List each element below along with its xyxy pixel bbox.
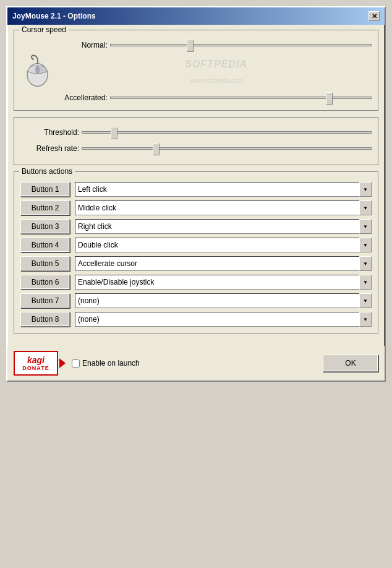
- action-select-6[interactable]: Left clickMiddle clickRight clickDouble …: [75, 275, 372, 290]
- action-select-4[interactable]: Left clickMiddle clickRight clickDouble …: [75, 238, 372, 252]
- buttons-actions-group: Buttons actions Button 1Left clickMiddle…: [14, 171, 378, 333]
- button-1[interactable]: Button 1: [20, 182, 70, 197]
- dropdown-wrapper-4: Left clickMiddle clickRight clickDouble …: [75, 238, 372, 252]
- threshold-slider[interactable]: [82, 126, 372, 139]
- accelerated-slider-row: Accellerated:: [61, 92, 372, 104]
- button-7[interactable]: Button 7: [20, 293, 70, 308]
- button-2[interactable]: Button 2: [20, 200, 70, 215]
- dropdown-wrapper-7: Left clickMiddle clickRight clickDouble …: [75, 293, 372, 308]
- threshold-section: Threshold: Refresh rate:: [20, 123, 372, 155]
- button-row: Button 6Left clickMiddle clickRight clic…: [20, 275, 372, 290]
- action-select-8[interactable]: Left clickMiddle clickRight clickDouble …: [75, 312, 372, 327]
- kagi-text: kagi: [27, 355, 45, 366]
- dropdown-wrapper-2: Left clickMiddle clickRight clickDouble …: [75, 200, 372, 215]
- action-select-1[interactable]: Left clickMiddle clickRight clickDouble …: [75, 182, 372, 197]
- watermark-text: SOFTPEDIA: [61, 59, 372, 70]
- dropdown-wrapper-1: Left clickMiddle clickRight clickDouble …: [75, 182, 372, 197]
- action-select-5[interactable]: Left clickMiddle clickRight clickDouble …: [75, 256, 372, 271]
- mouse-icon: [20, 54, 54, 88]
- button-row: Button 2Left clickMiddle clickRight clic…: [20, 200, 372, 215]
- normal-label: Normal:: [61, 41, 108, 49]
- dropdown-wrapper-8: Left clickMiddle clickRight clickDouble …: [75, 312, 372, 327]
- kagi-donate-label: DONATE: [22, 365, 49, 371]
- dropdown-wrapper-3: Left clickMiddle clickRight clickDouble …: [75, 219, 372, 234]
- button-row: Button 8Left clickMiddle clickRight clic…: [20, 312, 372, 327]
- cursor-speed-content: Normal: SOFTPEDIA www.softpedia.com Acce…: [20, 35, 372, 104]
- button-row: Button 3Left clickMiddle clickRight clic…: [20, 219, 372, 234]
- main-window: JoyMouse 2.1 - Options ✕ Cursor speed: [6, 6, 386, 382]
- normal-slider-row: Normal:: [61, 39, 372, 51]
- button-3[interactable]: Button 3: [20, 219, 70, 234]
- enable-on-launch-checkbox[interactable]: [72, 359, 80, 368]
- ok-button[interactable]: OK: [323, 355, 378, 372]
- content-area: Cursor speed: [7, 25, 385, 346]
- kagi-donate-button[interactable]: kagi DONATE: [14, 351, 58, 376]
- cursor-speed-group: Cursor speed: [14, 30, 378, 111]
- speed-sliders: Normal: SOFTPEDIA www.softpedia.com Acce…: [61, 39, 372, 104]
- threshold-group: Threshold: Refresh rate:: [14, 117, 378, 165]
- button-row: Button 4Left clickMiddle clickRight clic…: [20, 238, 372, 252]
- kagi-wrapper: kagi DONATE: [14, 351, 66, 376]
- normal-speed-slider[interactable]: [110, 39, 372, 51]
- button-8[interactable]: Button 8: [20, 312, 70, 327]
- svg-point-1: [36, 66, 40, 73]
- enable-launch-label: Enable on launch: [72, 359, 317, 368]
- cursor-speed-label: Cursor speed: [19, 25, 69, 34]
- button-row: Button 7Left clickMiddle clickRight clic…: [20, 293, 372, 308]
- footer: kagi DONATE Enable on launch OK: [7, 346, 385, 381]
- donate-arrow-icon: [59, 358, 66, 368]
- dropdown-wrapper-5: Left clickMiddle clickRight clickDouble …: [75, 256, 372, 271]
- action-select-2[interactable]: Left clickMiddle clickRight clickDouble …: [75, 200, 372, 215]
- accelerated-speed-slider[interactable]: [110, 92, 372, 104]
- refresh-label: Refresh rate:: [20, 144, 79, 153]
- titlebar: JoyMouse 2.1 - Options ✕: [7, 7, 385, 25]
- threshold-label: Threshold:: [20, 128, 79, 137]
- button-row: Button 1Left clickMiddle clickRight clic…: [20, 182, 372, 197]
- action-select-7[interactable]: Left clickMiddle clickRight clickDouble …: [75, 293, 372, 308]
- refresh-slider[interactable]: [82, 142, 372, 155]
- buttons-actions-label: Buttons actions: [19, 167, 75, 176]
- watermark-url: www.softpedia.com: [61, 77, 372, 84]
- button-4[interactable]: Button 4: [20, 238, 70, 252]
- button-5[interactable]: Button 5: [20, 256, 70, 271]
- refresh-row: Refresh rate:: [20, 142, 372, 155]
- enable-launch-text: Enable on launch: [82, 359, 140, 368]
- button-6[interactable]: Button 6: [20, 275, 70, 290]
- action-select-3[interactable]: Left clickMiddle clickRight clickDouble …: [75, 219, 372, 234]
- threshold-row: Threshold:: [20, 126, 372, 139]
- button-row: Button 5Left clickMiddle clickRight clic…: [20, 256, 372, 271]
- window-title: JoyMouse 2.1 - Options: [12, 12, 96, 20]
- buttons-grid: Button 1Left clickMiddle clickRight clic…: [20, 177, 372, 327]
- svg-point-2: [32, 58, 34, 61]
- dropdown-wrapper-6: Left clickMiddle clickRight clickDouble …: [75, 275, 372, 290]
- close-button[interactable]: ✕: [369, 11, 380, 21]
- accelerated-label: Accellerated:: [61, 93, 108, 102]
